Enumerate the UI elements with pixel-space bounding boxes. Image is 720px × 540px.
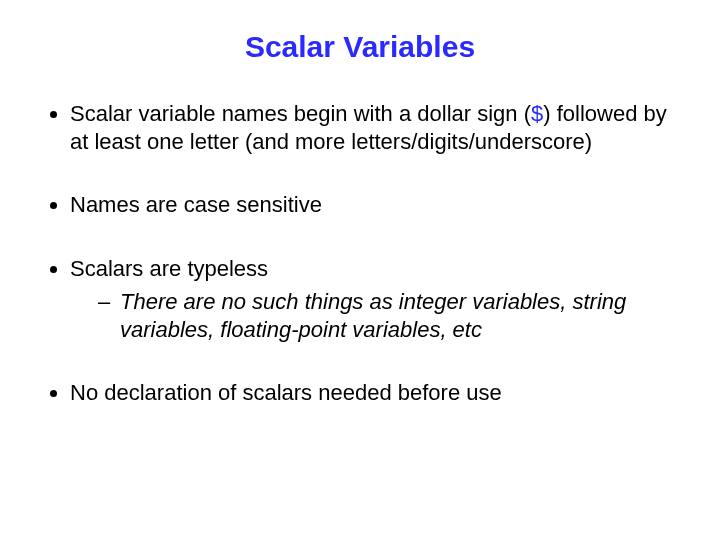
bullet-2-text: Names are case sensitive [70, 192, 322, 217]
bullet-3: Scalars are typeless There are no such t… [70, 255, 680, 344]
bullet-1-text-pre: Scalar variable names begin with a dolla… [70, 101, 531, 126]
bullet-3-sub-1: There are no such things as integer vari… [98, 288, 680, 343]
bullet-list: Scalar variable names begin with a dolla… [40, 100, 680, 407]
bullet-3-sub-1-text: There are no such things as integer vari… [120, 289, 626, 342]
slide-title: Scalar Variables [40, 30, 680, 64]
bullet-3-sublist: There are no such things as integer vari… [70, 288, 680, 343]
bullet-2: Names are case sensitive [70, 191, 680, 219]
dollar-sign: $ [531, 101, 543, 126]
bullet-4: No declaration of scalars needed before … [70, 379, 680, 407]
bullet-3-text: Scalars are typeless [70, 256, 268, 281]
bullet-4-text: No declaration of scalars needed before … [70, 380, 502, 405]
slide: Scalar Variables Scalar variable names b… [0, 0, 720, 540]
bullet-1: Scalar variable names begin with a dolla… [70, 100, 680, 155]
